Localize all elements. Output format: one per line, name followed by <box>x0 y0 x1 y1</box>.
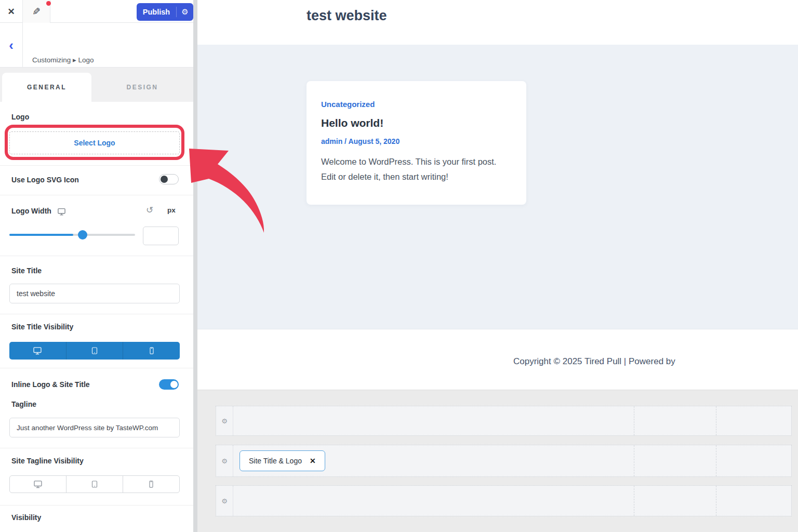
divider <box>0 368 193 368</box>
divider <box>0 165 193 166</box>
notification-dot <box>46 1 51 6</box>
footer-copyright-text: Copyright © 2025 Tired Pull | Powered by <box>513 356 675 367</box>
logo-width-label: Logo Width <box>11 207 51 215</box>
preview-site-header: test website <box>197 0 798 45</box>
phone-icon <box>148 347 156 355</box>
preview-site-title[interactable]: test website <box>307 8 387 24</box>
site-preview: test website Uncategorized Hello world! … <box>197 0 798 532</box>
gear-icon: ⚙ <box>221 417 228 425</box>
tablet-icon <box>90 480 99 488</box>
column-separator <box>634 486 634 516</box>
tagline-label: Tagline <box>11 400 36 408</box>
use-svg-toggle[interactable] <box>159 174 179 184</box>
post-excerpt: Welcome to WordPress. This is your first… <box>321 154 501 184</box>
post-category-link[interactable]: Uncategorized <box>321 100 512 109</box>
panel-tabs: GENERAL DESIGN <box>0 68 193 102</box>
site-title-visibility-label: Site Title Visibility <box>11 323 73 331</box>
close-customizer-button[interactable]: ✕ <box>0 0 23 23</box>
breadcrumb: Customizing ▸ Logo <box>32 56 94 64</box>
toggle-knob <box>170 381 178 388</box>
row-settings-button[interactable]: ⚙ <box>216 445 233 476</box>
slider-handle[interactable] <box>78 230 87 240</box>
tab-design[interactable]: DESIGN <box>91 73 193 102</box>
visibility-label: Visibility <box>11 513 41 522</box>
panel-header: ‹ Customizing ▸ Logo Logo <box>0 23 193 68</box>
gear-icon: ⚙ <box>221 497 228 505</box>
tagline-input[interactable] <box>9 418 180 437</box>
tagline-visibility-label: Site Tagline Visibility <box>11 457 84 465</box>
post-card: Uncategorized Hello world! admin / Augus… <box>307 81 526 205</box>
site-title-logo-widget-chip[interactable]: Site Title & Logo ✕ <box>240 450 325 471</box>
widget-chip-label: Site Title & Logo <box>249 457 302 465</box>
site-title-visibility-tablet-button[interactable] <box>66 342 123 360</box>
back-button[interactable]: ‹ <box>0 23 23 68</box>
tagline-visibility-control <box>9 475 180 493</box>
site-title-input[interactable] <box>9 284 180 303</box>
preview-site-footer: Copyright © 2025 Tired Pull | Powered by <box>197 329 798 390</box>
desktop-responsive-icon[interactable] <box>57 207 66 216</box>
close-icon: ✕ <box>7 6 15 17</box>
logo-width-slider[interactable] <box>9 234 135 236</box>
desktop-icon <box>33 480 43 489</box>
pencil-icon: ✎ <box>32 6 41 18</box>
divider <box>0 314 193 314</box>
select-logo-button[interactable]: Select Logo <box>9 131 180 154</box>
column-separator <box>716 406 716 435</box>
column-separator <box>634 445 634 476</box>
column-separator <box>716 445 716 476</box>
column-separator <box>634 406 634 435</box>
sidebar-gutter <box>193 0 197 532</box>
site-title-visibility-mobile-button[interactable] <box>123 342 180 360</box>
post-meta[interactable]: admin / August 5, 2020 <box>321 137 512 145</box>
divider <box>0 448 193 448</box>
footer-builder-panel: ⚙ ⚙ Site Title & Logo ✕ ⚙ <box>197 390 798 532</box>
use-svg-label: Use Logo SVG Icon <box>11 176 79 184</box>
tagline-visibility-mobile-button[interactable] <box>123 476 179 493</box>
logo-width-input[interactable] <box>143 227 179 245</box>
tagline-visibility-tablet-button[interactable] <box>66 476 123 493</box>
footer-builder-row-top[interactable]: ⚙ <box>216 406 792 436</box>
site-title-visibility-control <box>9 342 180 360</box>
row-settings-button[interactable]: ⚙ <box>216 406 233 435</box>
logo-label: Logo <box>11 113 29 121</box>
tagline-visibility-desktop-button[interactable] <box>10 476 66 493</box>
tablet-icon <box>90 347 99 355</box>
inline-logo-toggle[interactable] <box>159 379 179 390</box>
back-chevron-icon: ‹ <box>9 37 14 54</box>
site-title-visibility-desktop-button[interactable] <box>9 342 66 360</box>
customizer-topbar: ✕ ✎ Publish ⚙ <box>0 0 193 23</box>
publish-button[interactable]: Publish ⚙ <box>137 3 193 21</box>
tab-general[interactable]: GENERAL <box>2 73 91 102</box>
publish-label: Publish <box>137 8 176 16</box>
footer-builder-row-middle[interactable]: ⚙ Site Title & Logo ✕ <box>216 445 792 477</box>
desktop-icon <box>33 346 42 355</box>
preview-content-area: Uncategorized Hello world! admin / Augus… <box>197 45 798 329</box>
footer-builder-row-bottom[interactable]: ⚙ <box>216 485 792 516</box>
remove-widget-icon[interactable]: ✕ <box>310 457 316 465</box>
customizer-sidebar: ✕ ✎ Publish ⚙ ‹ Customizing ▸ Logo Logo … <box>0 0 193 532</box>
reset-value-icon[interactable]: ↺ <box>146 205 153 216</box>
unit-label[interactable]: px <box>167 206 176 214</box>
divider <box>0 195 193 195</box>
row-settings-button[interactable]: ⚙ <box>216 486 233 516</box>
site-title-label: Site Title <box>11 267 42 275</box>
divider <box>0 505 193 506</box>
column-separator <box>716 486 716 516</box>
divider <box>0 256 193 256</box>
inline-logo-label: Inline Logo & Site Title <box>11 380 90 389</box>
gear-icon: ⚙ <box>221 457 228 465</box>
phone-icon <box>147 480 155 488</box>
slider-fill <box>9 234 73 236</box>
publish-settings-gear-icon[interactable]: ⚙ <box>177 7 193 17</box>
customizer-app: ✕ ✎ Publish ⚙ ‹ Customizing ▸ Logo Logo … <box>0 0 798 532</box>
post-title-link[interactable]: Hello world! <box>321 117 512 129</box>
toggle-knob <box>161 176 168 183</box>
